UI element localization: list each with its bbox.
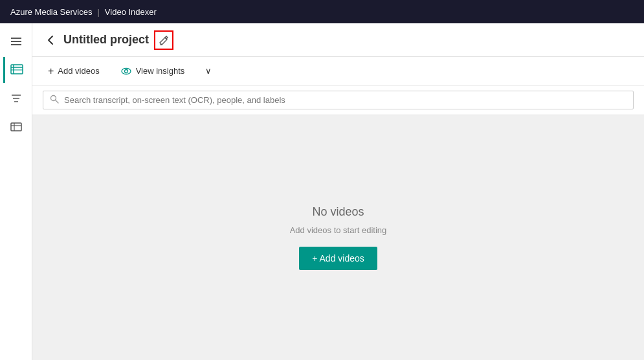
sidebar-item-menu[interactable] (3, 28, 29, 54)
sidebar (0, 23, 32, 360)
toolbar: + Add videos View insights ∨ (32, 57, 644, 85)
content-area: Untitled project + Add videos (32, 23, 644, 360)
service-label: Azure Media Services (10, 7, 92, 17)
plus-icon: + (48, 65, 54, 77)
svg-line-14 (56, 100, 59, 104)
empty-title: No videos (312, 205, 364, 219)
header-row: Untitled project (32, 23, 644, 57)
video-editor-icon (10, 63, 24, 77)
add-videos-toolbar-button[interactable]: + Add videos (43, 63, 105, 80)
library-icon (10, 120, 23, 133)
back-arrow-icon (44, 34, 57, 47)
search-icon (50, 95, 59, 106)
top-nav-service: Azure Media Services | Video Indexer (10, 7, 157, 17)
add-videos-empty-button[interactable]: + Add videos (299, 247, 377, 270)
nav-divider: | (97, 7, 99, 17)
sidebar-item-video-editor[interactable] (3, 57, 29, 83)
view-insights-label: View insights (136, 66, 185, 76)
hamburger-icon (8, 35, 24, 48)
project-title: Untitled project (63, 33, 149, 47)
top-nav: Azure Media Services | Video Indexer (0, 0, 644, 23)
back-button[interactable] (43, 32, 58, 48)
view-insights-button[interactable]: View insights (115, 63, 190, 80)
main-layout: Untitled project + Add videos (0, 23, 644, 360)
search-row (32, 85, 644, 115)
sidebar-item-filters[interactable] (3, 85, 29, 111)
svg-rect-0 (11, 65, 23, 74)
search-input[interactable] (64, 95, 627, 105)
sidebar-item-library[interactable] (3, 114, 29, 140)
svg-point-12 (124, 69, 128, 73)
svg-rect-7 (11, 123, 21, 131)
empty-state: No videos Add videos to start editing + … (32, 115, 644, 360)
eye-icon (120, 65, 132, 77)
chevron-down-icon: ∨ (205, 66, 212, 76)
filters-icon (10, 92, 23, 105)
search-wrapper (43, 91, 634, 109)
edit-title-button[interactable] (154, 30, 173, 50)
add-videos-empty-label: + Add videos (312, 253, 364, 264)
chevron-down-button[interactable]: ∨ (200, 63, 217, 78)
edit-pencil-icon (157, 33, 171, 47)
add-videos-label: Add videos (58, 66, 99, 76)
empty-subtitle: Add videos to start editing (290, 225, 387, 235)
product-label: Video Indexer (105, 7, 157, 17)
svg-point-11 (122, 68, 131, 74)
